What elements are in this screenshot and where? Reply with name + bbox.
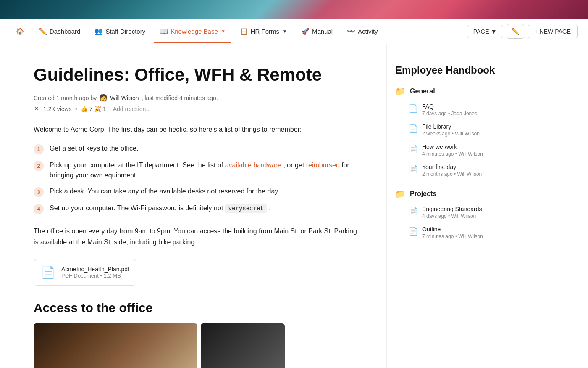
doc-your-first-day-info: Your first day 2 months ago • Will Wilso… [422, 164, 482, 177]
main-layout: Guidelines: Office, WFH & Remote Created… [0, 44, 588, 368]
nav-knowledge-label: Knowledge Base [171, 28, 218, 35]
file-type: PDF Document [61, 273, 99, 279]
list-number-1: 1 [34, 144, 44, 154]
edit-icon: ✏️ [511, 28, 520, 35]
bullet-separator: • [75, 106, 77, 112]
list-2-middle: , or get [283, 161, 304, 169]
page-button[interactable]: PAGE ▼ [467, 25, 503, 38]
reimbursed-link[interactable]: reimbursed [306, 161, 340, 169]
nav-staff-label: Staff Directory [105, 28, 145, 35]
doc-engineering-icon: 📄 [409, 207, 418, 216]
doc-engineering-info: Engineering Standards 4 days ago • Will … [422, 206, 482, 219]
file-size-separator: • [100, 273, 104, 279]
sidebar-title: Employee Handbook [395, 64, 517, 76]
list-item-1: 1 Get a set of keys to the office. [34, 143, 361, 154]
new-page-button[interactable]: + NEW PAGE [528, 25, 578, 38]
hr-icon: 📋 [240, 27, 248, 35]
knowledge-icon: 📖 [160, 27, 168, 35]
list-2-before: Pick up your computer at the IT departme… [50, 161, 223, 169]
doc-file-library-icon: 📄 [409, 124, 418, 133]
doc-outline-icon: 📄 [409, 227, 418, 236]
author-name: Will Wilson [110, 95, 139, 101]
doc-your-first-day-name: Your first day [422, 164, 482, 170]
list-4-before: Set up your computer. The Wi-Fi password… [50, 204, 223, 212]
file-name: AcmeInc_Health_Plan.pdf [61, 266, 129, 273]
folder-projects-header[interactable]: 📁 Projects [395, 189, 517, 199]
nav-dashboard-label: Dashboard [50, 28, 80, 35]
home-icon: 🏠 [16, 27, 24, 35]
doc-file-library-name: File Library [422, 123, 480, 130]
page-chevron-icon: ▼ [491, 28, 497, 35]
navbar: 🏠 ✏️ Dashboard 👥 Staff Directory 📖 Knowl… [0, 19, 588, 44]
page-button-label: PAGE [473, 28, 489, 35]
nav-hr-forms[interactable]: 📋 HR Forms ▼ [234, 24, 293, 39]
list-item-2: 2 Pick up your computer at the IT depart… [34, 160, 361, 180]
doc-how-we-work-meta: 4 minutes ago • Will Wilson [422, 151, 483, 157]
nav-knowledge-base[interactable]: 📖 Knowledge Base ▼ [154, 24, 231, 39]
views-count: 1.2K views [43, 106, 72, 112]
author-avatar: 🧑 [99, 94, 108, 102]
content-area: Guidelines: Office, WFH & Remote Created… [0, 44, 386, 368]
image-row [34, 323, 361, 368]
doc-your-first-day-meta: 2 months ago • Will Wilson [422, 171, 482, 177]
nav-activity-label: Activity [358, 28, 378, 35]
doc-engineering-meta: 4 days ago • Will Wilson [422, 213, 482, 219]
manual-icon: 🚀 [301, 27, 310, 35]
doc-engineering-name: Engineering Standards [422, 206, 482, 212]
doc-faq-info: FAQ 7 days ago • Jada Jones [422, 103, 477, 116]
office-image-right [201, 323, 285, 368]
folder-projects-label: Projects [410, 190, 436, 198]
reactions-row: 👁 1.2K views • 👍 7 🎉 1 - Add reaction.. [34, 105, 361, 112]
nav-manual-label: Manual [312, 28, 333, 35]
staff-icon: 👥 [94, 27, 103, 35]
doc-file-library[interactable]: 📄 File Library 2 weeks ago • Will Wilson [395, 120, 517, 140]
doc-engineering-standards[interactable]: 📄 Engineering Standards 4 days ago • Wil… [395, 202, 517, 222]
nav-manual[interactable]: 🚀 Manual [295, 24, 339, 39]
nav-right: PAGE ▼ ✏️ + NEW PAGE [467, 24, 578, 39]
intro-paragraph: Welcome to Acme Corp! The first day can … [34, 124, 361, 135]
nav-activity[interactable]: 〰️ Activity [341, 24, 384, 39]
list-number-2: 2 [34, 161, 44, 171]
doc-how-we-work-info: How we work 4 minutes ago • Will Wilson [422, 143, 483, 157]
wifi-code: verysecret [225, 204, 267, 213]
doc-outline-meta: 7 minutes ago • Will Wilson [422, 233, 483, 239]
nav-staff-directory[interactable]: 👥 Staff Directory [89, 24, 151, 39]
file-attachment[interactable]: 📄 AcmeInc_Health_Plan.pdf PDF Document •… [34, 259, 136, 286]
sidebar: Employee Handbook 📁 General 📄 FAQ 7 days… [386, 44, 529, 368]
list-number-3: 3 [34, 187, 44, 197]
views-icon: 👁 [34, 105, 40, 112]
file-info: AcmeInc_Health_Plan.pdf PDF Document • 1… [61, 266, 129, 279]
doc-faq[interactable]: 📄 FAQ 7 days ago • Jada Jones [395, 100, 517, 120]
doc-how-we-work[interactable]: 📄 How we work 4 minutes ago • Will Wilso… [395, 140, 517, 160]
doc-faq-meta: 7 days ago • Jada Jones [422, 111, 477, 116]
doc-outline[interactable]: 📄 Outline 7 minutes ago • Will Wilson [395, 222, 517, 243]
knowledge-chevron-icon: ▼ [221, 29, 226, 34]
hr-chevron-icon: ▼ [283, 29, 287, 34]
folder-general: 📁 General 📄 FAQ 7 days ago • Jada Jones … [395, 86, 517, 180]
reactions: 👍 7 🎉 1 [81, 106, 106, 112]
meta-row: Created 1 month ago by 🧑 Will Wilson , l… [34, 94, 361, 102]
dashboard-icon: ✏️ [39, 27, 47, 35]
doc-faq-icon: 📄 [409, 104, 418, 113]
doc-your-first-day-icon: 📄 [409, 164, 418, 174]
list-item-4: 4 Set up your computer. The Wi-Fi passwo… [34, 203, 361, 214]
add-reaction-button[interactable]: - Add reaction.. [110, 106, 149, 112]
office-image-left [34, 323, 197, 368]
doc-faq-name: FAQ [422, 103, 477, 110]
available-hardware-link[interactable]: available hardware [225, 161, 281, 169]
doc-file-library-meta: 2 weeks ago • Will Wilson [422, 131, 480, 137]
doc-how-we-work-name: How we work [422, 143, 483, 150]
doc-file-library-info: File Library 2 weeks ago • Will Wilson [422, 123, 480, 137]
doc-how-we-work-icon: 📄 [409, 144, 418, 154]
nav-home[interactable]: 🏠 [10, 24, 30, 39]
folder-general-header[interactable]: 📁 General [395, 86, 517, 96]
header-banner [0, 0, 588, 19]
doc-outline-name: Outline [422, 226, 483, 233]
modified-text: , last modified 4 minutes ago. [142, 95, 218, 101]
folder-projects: 📁 Projects 📄 Engineering Standards 4 day… [395, 189, 517, 243]
office-paragraph: The office is open every day from 9am to… [34, 226, 361, 247]
file-meta: PDF Document • 1.2 MB [61, 273, 129, 279]
nav-dashboard[interactable]: ✏️ Dashboard [33, 24, 86, 39]
edit-button[interactable]: ✏️ [507, 24, 524, 39]
doc-your-first-day[interactable]: 📄 Your first day 2 months ago • Will Wil… [395, 160, 517, 180]
